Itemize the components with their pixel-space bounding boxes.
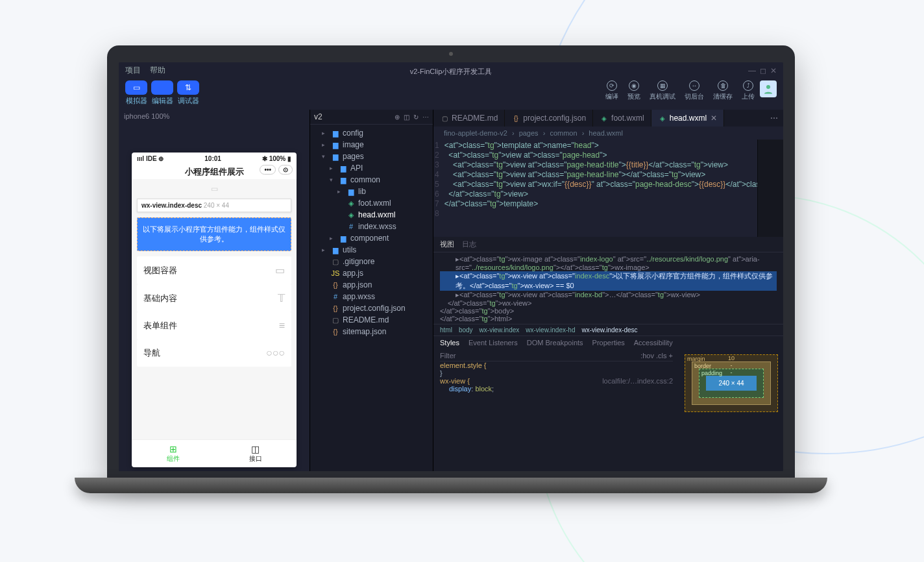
devtools-tab-console[interactable]: 日志 (462, 239, 476, 249)
page-title: 小程序组件展示 (185, 167, 244, 177)
dom-breadcrumb[interactable]: htmlbodywx-view.indexwx-view.index-hdwx-… (433, 324, 783, 336)
simulator-panel: iphone6 100% ıııl IDE ⊕ 10:01 ✱ 100% ▮ 小… (119, 110, 310, 471)
laptop-frame: 项目 帮助 — ◻ ✕ v2-FinClip小程序开发工具 ▭模拟器编辑器⇅调试… (107, 45, 795, 493)
file-explorer: v2 ⊕◫↻⋯ ▸▆config▸▆image▾▆pages▸▆API▾▆com… (310, 110, 433, 471)
window-title: v2-FinClip小程序开发工具 (119, 67, 783, 77)
svg-point-0 (766, 85, 770, 89)
action-0[interactable]: ⟳编译 (605, 80, 618, 101)
laptop-base (75, 478, 827, 493)
toolbar: ▭模拟器编辑器⇅调试器 ⟳编译◉预览▦真机调试↔切后台🗑清缓存⤴上传 (119, 77, 783, 110)
status-time: 10:01 (204, 155, 221, 162)
file-tree-node[interactable]: {}project.config.json (310, 302, 433, 314)
action-4[interactable]: 🗑清缓存 (713, 80, 733, 101)
list-item[interactable]: 基础内容𝕋 (137, 284, 291, 312)
toolbar-btn-0[interactable]: ▭ (125, 80, 147, 95)
devtools-subtab[interactable]: Accessibility (634, 339, 673, 347)
tree-action-icon[interactable]: ◫ (404, 114, 409, 121)
file-tree-node[interactable]: ▸▆utils (310, 244, 433, 256)
file-tree-node[interactable]: JSapp.js (310, 267, 433, 279)
phone-frame: ıııl IDE ⊕ 10:01 ✱ 100% ▮ 小程序组件展示 ••• ⊙ (132, 153, 297, 467)
editor-tab[interactable]: ◈head.wxml✕ (651, 110, 724, 127)
styles-toggles[interactable]: :hov .cls + (640, 352, 673, 360)
devtools: 视图 日志 ▸<at">class="tg">wx-image at">clas… (433, 237, 783, 471)
file-tree-node[interactable]: ▾▆common (310, 174, 433, 186)
device-info: iphone6 100% (119, 110, 310, 123)
tree-action-icon[interactable]: ⊕ (395, 114, 400, 121)
action-3[interactable]: ↔切后台 (685, 80, 704, 101)
file-tree-node[interactable]: ▸▆config (310, 127, 433, 139)
box-model: margin 10 border - padding - 240 × 4 (679, 349, 783, 471)
toolbar-btn-1[interactable] (151, 80, 173, 95)
action-2[interactable]: ▦真机调试 (650, 80, 675, 101)
file-tree-node[interactable]: ◈foot.wxml (310, 197, 433, 209)
file-tree-node[interactable]: {}sitemap.json (310, 326, 433, 337)
file-tree-node[interactable]: ▢.gitignore (310, 256, 433, 267)
bottom-tabs: ⊞组件◫接口 (132, 439, 297, 467)
styles-panel[interactable]: Filter :hov .cls + element.style {}</spa… (433, 349, 679, 471)
project-root[interactable]: v2 (314, 112, 322, 121)
file-tree-node[interactable]: ◈head.wxml (310, 209, 433, 221)
file-tree-node[interactable]: ▸▆API (310, 162, 433, 174)
file-tree-node[interactable]: ▸▆image (310, 139, 433, 151)
file-tree-node[interactable]: ▾▆pages (310, 151, 433, 162)
devtools-subtab[interactable]: DOM Breakpoints (527, 339, 583, 347)
close-icon[interactable]: ✕ (711, 114, 717, 123)
devtools-tab-elements[interactable]: 视图 (440, 239, 454, 249)
devtools-subtab[interactable]: Event Listeners (468, 339, 518, 347)
highlighted-element[interactable]: 以下将展示小程序官方组件能力，组件样式仅供参考。 (137, 217, 291, 251)
devtools-subtab[interactable]: Styles (440, 339, 459, 347)
tabbar-item[interactable]: ◫接口 (214, 440, 297, 467)
file-tree-node[interactable]: {}app.json (310, 279, 433, 291)
capsule-close[interactable]: ⊙ (278, 165, 293, 175)
styles-filter[interactable]: Filter (440, 352, 456, 360)
code-editor[interactable]: 12345678 <at">class="tg">template at">na… (433, 140, 783, 237)
action-1[interactable]: ◉预览 (627, 80, 640, 101)
tabbar-item[interactable]: ⊞组件 (132, 440, 214, 467)
list-item[interactable]: 视图容器▭ (137, 256, 291, 284)
editor-tab[interactable]: ▢README.md (433, 110, 505, 127)
list-item[interactable]: 表单组件≡ (137, 312, 291, 339)
editor-tab[interactable]: {}project.config.json (505, 110, 593, 127)
editor-tabs: ▢README.md{}project.config.json◈foot.wxm… (433, 110, 783, 127)
avatar[interactable] (760, 80, 777, 97)
camera-dot (449, 52, 453, 56)
file-tree-node[interactable]: ▸▆component (310, 232, 433, 244)
tabs-overflow[interactable]: ⋯ (765, 114, 783, 123)
list-item[interactable]: 导航○○○ (137, 339, 291, 367)
file-tree-node[interactable]: #index.wxss (310, 221, 433, 232)
status-signal: ıııl IDE ⊕ (137, 155, 164, 162)
toolbar-btn-2[interactable]: ⇅ (177, 80, 199, 95)
inspect-tooltip: wx-view.index-desc 240 × 44 (137, 199, 291, 212)
file-tree-node[interactable]: ▸▆lib (310, 186, 433, 197)
tree-action-icon[interactable]: ⋯ (422, 114, 429, 121)
capsule-menu[interactable]: ••• (260, 165, 276, 175)
breadcrumbs: fino-applet-demo-v2 › pages › common › h… (433, 127, 783, 140)
editor-tab[interactable]: ◈foot.wxml (593, 110, 651, 127)
file-tree-node[interactable]: #app.wxss (310, 291, 433, 302)
action-5[interactable]: ⤴上传 (742, 80, 755, 101)
dom-tree[interactable]: ▸<at">class="tg">wx-image at">class="ind… (433, 252, 783, 324)
tree-action-icon[interactable]: ↻ (413, 114, 419, 121)
devtools-subtab[interactable]: Properties (592, 339, 625, 347)
file-tree-node[interactable]: ▢README.md (310, 314, 433, 326)
status-battery: ✱ 100% ▮ (262, 155, 291, 162)
minimap[interactable] (757, 140, 783, 237)
